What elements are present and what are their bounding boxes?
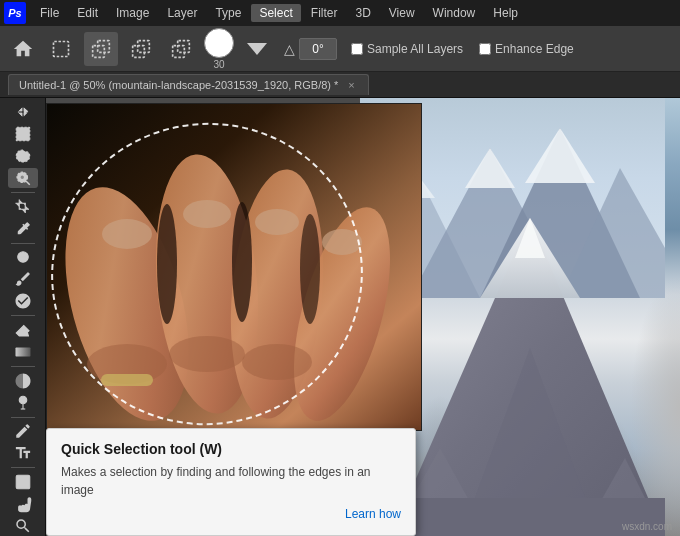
enhance-edge-checkbox[interactable]: [479, 43, 491, 55]
angle-input[interactable]: [299, 38, 337, 60]
new-selection-button[interactable]: [44, 32, 78, 66]
move-tool-button[interactable]: [8, 102, 38, 122]
eyedropper-tool-button[interactable]: [8, 219, 38, 239]
toolbar-separator-4: [11, 366, 35, 367]
menu-select[interactable]: Select: [251, 4, 300, 22]
toolbar-separator-1: [11, 192, 35, 193]
tooltip-box: Quick Selection tool (W) Makes a selecti…: [46, 428, 416, 536]
menu-layer[interactable]: Layer: [159, 4, 205, 22]
gradient-tool-button[interactable]: [8, 342, 38, 362]
zoom-tool-button[interactable]: [8, 516, 38, 536]
home-button[interactable]: [8, 34, 38, 64]
angle-section: △: [284, 38, 337, 60]
menu-help[interactable]: Help: [485, 4, 526, 22]
svg-rect-0: [54, 41, 69, 56]
menu-view[interactable]: View: [381, 4, 423, 22]
brush-size-label: 30: [213, 59, 224, 70]
brush-size-display[interactable]: 30: [204, 28, 234, 70]
svg-rect-8: [16, 127, 30, 141]
toolbar-separator-5: [11, 417, 35, 418]
sample-all-layers-checkbox[interactable]: [351, 43, 363, 55]
menu-filter[interactable]: Filter: [303, 4, 346, 22]
svg-line-10: [26, 181, 30, 185]
toolbar-separator-6: [11, 467, 35, 468]
svg-rect-50: [101, 374, 153, 386]
svg-rect-19: [16, 475, 30, 489]
blur-tool-button[interactable]: [8, 371, 38, 391]
enhance-edge-label[interactable]: Enhance Edge: [495, 42, 574, 56]
dodge-tool-button[interactable]: [8, 393, 38, 413]
tooltip-title: Quick Selection tool (W): [61, 441, 401, 457]
healing-brush-tool-button[interactable]: [8, 247, 38, 267]
enhance-edge-group: Enhance Edge: [479, 42, 574, 56]
tooltip-learn-how-link[interactable]: Learn how: [61, 507, 401, 521]
menu-file[interactable]: File: [32, 4, 67, 22]
shape-tool-button[interactable]: [8, 472, 38, 492]
fingers-photo-image: [46, 103, 422, 431]
svg-point-11: [20, 175, 25, 180]
eraser-tool-button[interactable]: [8, 320, 38, 340]
menu-bar: Ps File Edit Image Layer Type Select Fil…: [0, 0, 680, 26]
tab-title: Untitled-1 @ 50% (mountain-landscape-203…: [19, 79, 338, 91]
brush-dropdown-arrow[interactable]: [240, 32, 274, 66]
marquee-tool-button[interactable]: [8, 124, 38, 144]
svg-point-41: [169, 336, 245, 372]
quick-selection-tool-button[interactable]: [8, 168, 38, 188]
menu-window[interactable]: Window: [425, 4, 484, 22]
brush-size-circle: [204, 28, 234, 58]
svg-point-43: [157, 204, 177, 324]
menu-type[interactable]: Type: [207, 4, 249, 22]
tab-bar: Untitled-1 @ 50% (mountain-landscape-203…: [0, 72, 680, 98]
svg-point-44: [232, 202, 252, 322]
lasso-tool-button[interactable]: [8, 146, 38, 166]
app-icon: Ps: [4, 2, 26, 24]
pen-tool-button[interactable]: [8, 421, 38, 441]
options-bar: 30 △ Sample All Layers Enhance Edge: [0, 26, 680, 72]
brush-tool-button[interactable]: [8, 269, 38, 289]
svg-point-47: [183, 200, 231, 228]
sample-all-layers-group: Sample All Layers: [351, 42, 463, 56]
toolbar-separator-3: [11, 315, 35, 316]
sample-all-layers-label[interactable]: Sample All Layers: [351, 42, 463, 56]
angle-icon: △: [284, 41, 295, 57]
menu-image[interactable]: Image: [108, 4, 157, 22]
type-tool-button[interactable]: [8, 443, 38, 463]
intersect-selection-button[interactable]: [164, 32, 198, 66]
crop-tool-button[interactable]: [8, 197, 38, 217]
svg-point-46: [102, 219, 152, 249]
document-tab[interactable]: Untitled-1 @ 50% (mountain-landscape-203…: [8, 74, 369, 95]
toolbar-separator-2: [11, 243, 35, 244]
svg-point-16: [19, 396, 27, 404]
svg-point-48: [255, 209, 299, 235]
svg-rect-15: [15, 348, 30, 357]
subtract-selection-button[interactable]: [124, 32, 158, 66]
canvas-area[interactable]: Quick Selection tool (W) Makes a selecti…: [46, 98, 680, 536]
svg-point-42: [242, 344, 312, 380]
main-area: Quick Selection tool (W) Makes a selecti…: [0, 98, 680, 536]
tooltip-description: Makes a selection by finding and followi…: [61, 463, 401, 499]
clone-stamp-tool-button[interactable]: [8, 291, 38, 311]
svg-point-45: [300, 214, 320, 324]
watermark: wsxdn.com: [622, 521, 672, 532]
tab-close-button[interactable]: ×: [344, 78, 358, 92]
add-selection-button[interactable]: [84, 32, 118, 66]
menu-edit[interactable]: Edit: [69, 4, 106, 22]
left-toolbar: [0, 98, 46, 536]
menu-3d[interactable]: 3D: [347, 4, 378, 22]
hand-tool-button[interactable]: [8, 494, 38, 514]
